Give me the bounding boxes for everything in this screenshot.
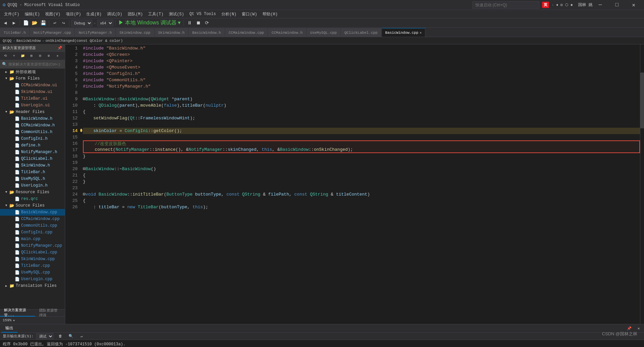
toolbar-open[interactable]: 📂: [30, 19, 38, 27]
code-editor[interactable]: #include "BasicWindow.h" #include <QScre…: [80, 44, 640, 324]
sidebar-item-skinwindow-h[interactable]: ▶ 📄 SkinWindow.h: [0, 162, 65, 169]
sidebar-item-notifymanager-cpp[interactable]: ▶ 📄 NotifyManager.cpp: [0, 242, 65, 249]
menu-window[interactable]: 窗口(W): [239, 10, 260, 18]
toolbar-undo[interactable]: ↩: [51, 19, 59, 27]
menu-qt[interactable]: Qt VS Tools: [187, 10, 218, 18]
menu-file[interactable]: 文件(F): [1, 10, 22, 18]
sidebar-item-ccmainwindow-ui[interactable]: ▶ 📄 CCMainWindow.ui: [0, 82, 65, 89]
line-num: 9: [65, 96, 78, 102]
tab-ccmainwindow-cpp[interactable]: CCMainWindow.cpp: [225, 28, 268, 37]
sidebar-item-userlogin-h[interactable]: ▶ 📄 UserLogin.h: [0, 182, 65, 189]
sidebar-item-basicwindow-h[interactable]: ▶ 📄 BasicWindow.h: [0, 115, 65, 122]
toolbar-extra3[interactable]: ⟳: [203, 19, 211, 27]
tab-skinwindow-cpp[interactable]: SkinWindow.cpp: [116, 28, 154, 37]
toolbar-redo[interactable]: ↪: [60, 19, 68, 27]
toolbar-extra2[interactable]: ⏹: [194, 19, 202, 27]
minimize-button[interactable]: ─: [593, 0, 608, 10]
sidebar-item-ccmainwindow-h[interactable]: ▶ 📄 CCMainWindow.h: [0, 122, 65, 129]
sidebar-new-file-btn[interactable]: +: [10, 52, 18, 60]
sidebar-item-res-qrc[interactable]: ▶ 📄 res.qrc: [0, 196, 65, 202]
menu-team[interactable]: 团队(M): [125, 10, 146, 18]
sidebar-item-configini-cpp[interactable]: ▶ 📄 ConfigIni.cpp: [0, 229, 65, 236]
platform-dropdown[interactable]: x64: [97, 20, 113, 26]
sidebar-item-titlebar-cpp[interactable]: ▶ 📄 TitleBar.cpp: [0, 262, 65, 269]
menu-build[interactable]: 生成(B): [84, 10, 104, 18]
sidebar-sync-btn[interactable]: ⟲: [1, 52, 9, 60]
tab-ccmainwindow-h[interactable]: CCMainWindow.h: [268, 28, 306, 37]
sidebar-item-form-files[interactable]: ▼ 📂 Form Files: [0, 75, 65, 82]
tab-skinwindow-h[interactable]: SkinWindow.h: [154, 28, 188, 37]
sidebar-props-btn[interactable]: ⚙: [45, 52, 53, 60]
sidebar-item-define-h[interactable]: ▶ 📄 define.h: [0, 142, 65, 149]
menu-project[interactable]: 项目(P): [63, 10, 84, 18]
tab-qclicklabel-cpp[interactable]: QClickLabel.cpp: [341, 28, 381, 37]
tab-close-icon[interactable]: ✕: [420, 31, 422, 35]
sidebar-item-qclicklabel-cpp[interactable]: ▶ 📄 QClickLabel.cpp: [0, 249, 65, 256]
file-icon: 📄: [15, 243, 20, 248]
sidebar-new-folder-btn[interactable]: 📁: [19, 52, 27, 60]
sidebar-item-usemysql-h[interactable]: ▶ 📄 UseMySQL.h: [0, 176, 65, 182]
maximize-button[interactable]: □: [609, 0, 625, 10]
output-wrap-btn[interactable]: ↵: [78, 333, 86, 340]
output-source-label: 显示输出来源(S):: [3, 334, 33, 339]
scroll-thumb[interactable]: [640, 73, 644, 128]
menu-analyze[interactable]: 分析(N): [219, 10, 239, 18]
debug-config-dropdown[interactable]: Debug: [71, 20, 92, 26]
sidebar-item-ccmainwindow-cpp[interactable]: ▶ 📄 CCMainWindow.cpp: [0, 216, 65, 222]
sidebar-item-resource-files[interactable]: ▼ 📂 Resource Files: [0, 189, 65, 196]
sidebar-item-usemysql-cpp[interactable]: ▶ 📄 UseMySQL.cpp: [0, 269, 65, 276]
sidebar-close-btn[interactable]: ✕: [53, 52, 62, 60]
sidebar-item-source-files[interactable]: ▼ 📂 Source Files: [0, 202, 65, 209]
sidebar-item-titlebar-ui[interactable]: ▶ 📄 TitleBar.ui: [0, 95, 65, 102]
sidebar-filter-btn[interactable]: ⊞: [27, 52, 35, 60]
quick-launch-input[interactable]: [472, 1, 539, 9]
sidebar-item-header-files[interactable]: ▼ 📂 Header Files: [0, 109, 65, 115]
menu-tools[interactable]: 工具(T): [145, 10, 166, 18]
sidebar-item-configini-h[interactable]: ▶ 📄 ConfigIni.h: [0, 135, 65, 142]
sidebar-item-external-deps[interactable]: ▶ 📁 外部依赖项: [0, 69, 65, 75]
sidebar-item-basicwindow-cpp[interactable]: ▶ 📄 BasicWindow.cpp: [0, 209, 65, 216]
toolbar-new[interactable]: 📄: [22, 19, 30, 27]
sidebar-item-main-cpp[interactable]: ▶ 📄 main.cpp: [0, 236, 65, 242]
toolbar-forward[interactable]: ▶: [10, 19, 18, 27]
sidebar-tab-solution[interactable]: 解决方案资源管...: [0, 309, 35, 317]
sidebar-item-skinwindow-cpp[interactable]: ▶ 📄 SkinWindow.cpp: [0, 256, 65, 262]
sidebar-item-commonutils-h[interactable]: ▶ 📄 CommonUtils.h: [0, 129, 65, 135]
tab-basicwindow-cpp[interactable]: BasicWindow.cpp✕: [382, 28, 425, 37]
tab-label: CCMainWindow.h: [272, 31, 302, 35]
menu-view[interactable]: 视图(V): [42, 10, 63, 18]
bottom-pin-btn[interactable]: 📌: [625, 325, 633, 332]
sidebar-item-notifymanager-h[interactable]: ▶ 📄 NotifyManager.h: [0, 149, 65, 155]
toolbar-save[interactable]: 💾: [39, 19, 47, 27]
output-clear-btn[interactable]: 🗑: [56, 333, 64, 340]
menu-help[interactable]: 帮助(H): [260, 10, 281, 18]
toolbar-extra1[interactable]: ⏸: [186, 19, 194, 27]
sidebar-item-titlebar-h[interactable]: ▶ 📄 TitleBar.h: [0, 169, 65, 176]
tab-basicwindow-h[interactable]: BasicWindow.h: [189, 28, 225, 37]
sidebar-search-input[interactable]: [8, 62, 63, 66]
sidebar-tab-team[interactable]: 团队资源管理器: [35, 309, 65, 317]
tab-usemysql-cpp[interactable]: UseMySQL.cpp: [307, 28, 340, 37]
bottom-tab-output[interactable]: 输出: [1, 324, 17, 333]
tab-notifymanager-h[interactable]: NotifyManager.h: [75, 28, 115, 37]
output-find-btn[interactable]: 🔍: [67, 333, 75, 340]
bottom-close-btn[interactable]: ✕: [635, 325, 643, 332]
toolbar-back[interactable]: ◀: [1, 19, 9, 27]
sidebar-item-qclicklabel-h[interactable]: ▶ 📄 QClickLabel.h: [0, 155, 65, 162]
menu-edit[interactable]: 编辑(E): [22, 10, 43, 18]
sidebar-item-skinwindow-ui[interactable]: ▶ 📄 SkinWindow.ui: [0, 89, 65, 95]
tab-titlebar-h[interactable]: TitleBar.h: [0, 28, 29, 37]
tab-notifymanager-cpp[interactable]: NotifyManager.cpp: [30, 28, 75, 37]
run-button[interactable]: ▶ 本地 Windows 调试器 ▾: [117, 19, 182, 26]
sidebar-item-userlogin-ui[interactable]: ▶ 📄 UserLogin.ui: [0, 102, 65, 109]
sidebar-item-commonutils-cpp[interactable]: ▶ 📄 CommonUtils.cpp: [0, 222, 65, 229]
menu-test[interactable]: 测试(S): [166, 10, 187, 18]
sidebar-item-userlogin-cpp[interactable]: ▶ 📄 UserLogin.cpp: [0, 276, 65, 282]
line-num: 10: [65, 102, 78, 109]
sidebar-collapse-btn[interactable]: ⊟: [36, 52, 44, 60]
close-button[interactable]: ✕: [626, 0, 641, 10]
menu-debug[interactable]: 调试(D): [104, 10, 125, 18]
title-text: QtQQ - Microsoft Visual Studio: [7, 3, 472, 7]
sidebar-item-translation-files[interactable]: ▶ 📁 Translation Files: [0, 282, 65, 289]
output-source-select[interactable]: 调试: [36, 333, 53, 339]
